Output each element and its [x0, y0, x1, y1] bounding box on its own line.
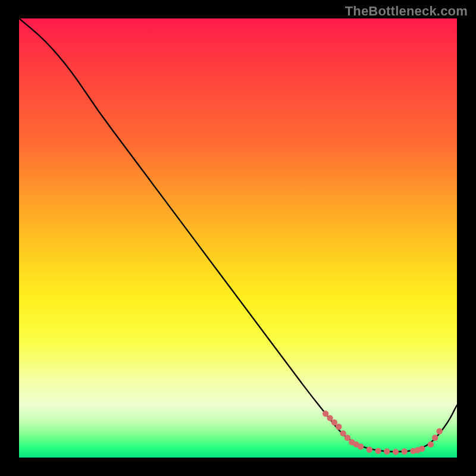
curve-marker — [402, 449, 408, 455]
curve-marker — [436, 428, 442, 434]
curve-marker — [375, 448, 381, 454]
curve-marker — [331, 419, 337, 425]
curve-marker — [432, 435, 438, 441]
plot-area — [19, 18, 457, 458]
curve-marker — [358, 443, 364, 449]
bottleneck-curve — [19, 18, 457, 452]
curve-marker — [345, 435, 350, 441]
curve-marker — [322, 411, 328, 416]
curve-marker — [340, 430, 346, 436]
curve-marker — [419, 446, 425, 452]
curve-marker — [327, 415, 333, 421]
chart-stage: TheBottleneck.com — [0, 0, 476, 476]
curve-marker — [336, 424, 342, 430]
curve-markers — [322, 411, 443, 455]
curve-marker — [384, 449, 390, 455]
curve-marker — [393, 449, 399, 455]
curve-marker — [367, 447, 372, 453]
curve-marker — [428, 441, 434, 447]
chart-svg — [19, 18, 457, 458]
watermark-text: TheBottleneck.com — [345, 4, 468, 19]
